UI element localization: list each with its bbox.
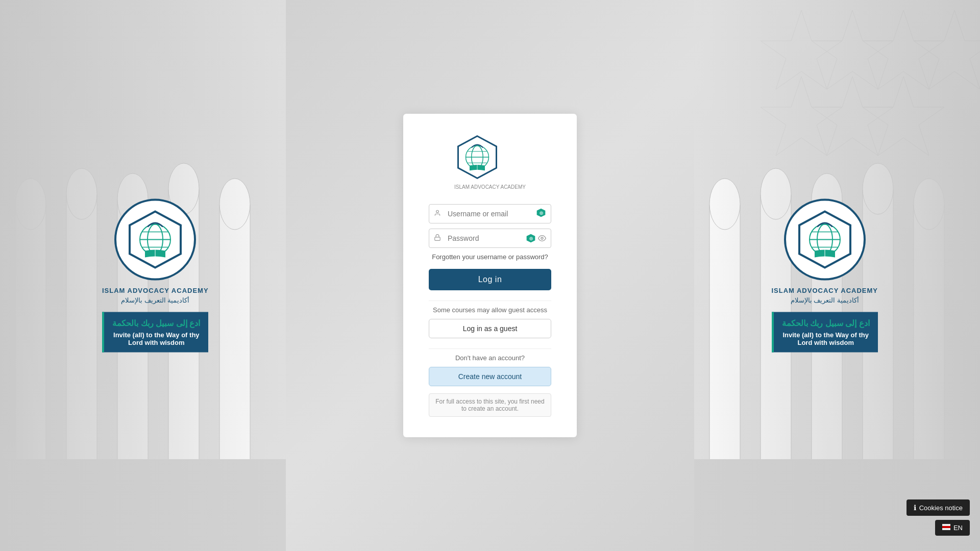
login-button[interactable]: Log in	[429, 269, 551, 290]
logo-circle-left	[114, 199, 196, 281]
svg-marker-28	[761, 10, 842, 89]
brand-card-right: ISLAM ADVOCACY ACADEMY أكاديمية التعريف …	[771, 199, 878, 353]
geometric-pattern	[725, 0, 980, 204]
login-logo: ISLAM ADVOCACY ACADEMY	[454, 134, 526, 190]
brand-arabic-right: أكاديمية التعريف بالإسلام	[791, 296, 859, 304]
svg-marker-27	[863, 10, 944, 89]
svg-marker-29	[914, 10, 980, 89]
svg-point-60	[541, 237, 543, 239]
flag-icon	[942, 524, 950, 532]
brand-quote-arabic-left: ادع إلى سبيل ربك بالحكمة	[112, 318, 200, 328]
divider-2	[429, 348, 551, 349]
logo-circle-right	[784, 199, 866, 281]
svg-text:◎: ◎	[529, 236, 533, 241]
svg-rect-57	[435, 237, 440, 240]
username-field-wrapper: ◎	[429, 204, 551, 223]
brand-quote-english-right: Invite (all) to the Way of thy Lord with…	[782, 331, 870, 346]
password-icons: ◎	[526, 233, 546, 243]
brand-quote-box-right: ادع إلى سبيل ربك بالحكمة Invite (all) to…	[772, 312, 878, 353]
brand-name-right: ISLAM ADVOCACY ACADEMY	[771, 287, 878, 294]
cookies-notice-button[interactable]: ℹ Cookies notice	[906, 499, 970, 516]
brand-name-left: ISLAM ADVOCACY ACADEMY	[102, 287, 209, 294]
brand-arabic-left: أكاديمية التعريف بالإسلام	[121, 296, 189, 304]
login-form: ◎ ◎	[429, 204, 551, 417]
svg-point-54	[436, 210, 439, 213]
forgot-password-link[interactable]: Forgotten your username or password?	[429, 253, 551, 261]
brand-quote-arabic-right: ادع إلى سبيل ربك بالحكمة	[782, 318, 870, 328]
lock-icon	[434, 234, 441, 243]
guest-info-text: Some courses may allow guest access	[429, 306, 551, 314]
brand-quote-box-left: ادع إلى سبيل ربك بالحكمة Invite (all) to…	[102, 312, 208, 353]
divider-1	[429, 300, 551, 301]
login-card: ISLAM ADVOCACY ACADEMY ◎	[403, 114, 577, 437]
password-field-wrapper: ◎	[429, 229, 551, 248]
eye-icon[interactable]	[538, 234, 546, 242]
svg-marker-31	[863, 77, 944, 156]
brand-quote-english-left: Invite (all) to the Way of thy Lord with…	[112, 331, 200, 346]
info-icon: ℹ	[914, 504, 916, 512]
username-input[interactable]	[429, 204, 551, 223]
brand-card-left: ISLAM ADVOCACY ACADEMY أكاديمية التعريف …	[102, 199, 209, 353]
svg-text:◎: ◎	[540, 211, 543, 215]
svg-marker-30	[812, 77, 893, 156]
svg-marker-32	[761, 77, 842, 156]
language-button[interactable]: EN	[935, 520, 970, 536]
user-icon	[434, 210, 441, 218]
bottom-right-controls: ℹ Cookies notice EN	[906, 499, 970, 536]
full-access-note: For full access to this site, you first …	[429, 393, 551, 417]
create-account-button[interactable]: Create new account	[429, 367, 551, 386]
svg-marker-26	[812, 10, 893, 89]
guest-login-button[interactable]: Log in as a guest	[429, 319, 551, 338]
shield-icon-username: ◎	[536, 208, 546, 220]
no-account-text: Don't have an account?	[429, 354, 551, 362]
svg-rect-62	[942, 526, 950, 528]
